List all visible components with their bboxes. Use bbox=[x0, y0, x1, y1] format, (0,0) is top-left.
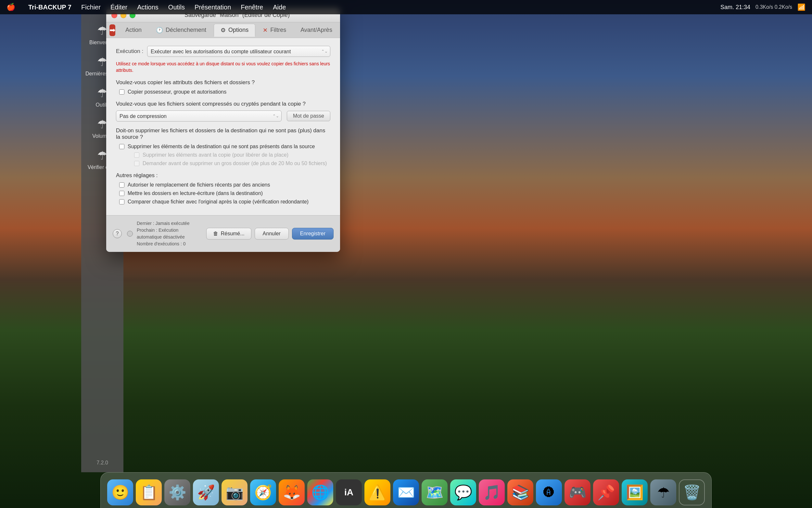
dock-icon-notes[interactable]: 📋 bbox=[136, 479, 162, 505]
checkbox-ask-before-label: Demander avant de supprimer un gros doss… bbox=[143, 161, 327, 166]
section4-label: Autres réglages : bbox=[116, 172, 330, 179]
password-button[interactable]: Mot de passe bbox=[287, 111, 330, 121]
gear-icon: ⚙ bbox=[221, 27, 226, 34]
resume-button[interactable]: 🗑 Résumé... bbox=[206, 228, 251, 240]
dock-icon-ia-writer[interactable]: iA bbox=[336, 479, 362, 505]
status-buttons: 🗑 Résumé... Annuler Enregistrer bbox=[206, 228, 334, 240]
tab-avant-apres-label: Avant/Après bbox=[300, 27, 332, 34]
menu-fichier[interactable]: Fichier bbox=[81, 4, 101, 11]
menu-wifi-icon: 📶 bbox=[797, 3, 806, 11]
checkbox-readwrite[interactable] bbox=[119, 191, 125, 196]
checkbox-replace-label: Autoriser le remplacement de fichiers ré… bbox=[128, 182, 270, 188]
dock-icon-safari[interactable]: 🧭 bbox=[250, 479, 276, 505]
resume-label: Résumé... bbox=[221, 231, 245, 237]
menu-actions[interactable]: Actions bbox=[137, 4, 158, 11]
menu-presentation[interactable]: Présentation bbox=[195, 4, 231, 11]
tab-declenchement-label: Déclenchement bbox=[165, 27, 206, 34]
compression-row: Pas de compression Mot de passe bbox=[116, 111, 330, 122]
tab-filtres-label: Filtres bbox=[270, 27, 286, 34]
tab-action[interactable]: Action bbox=[118, 24, 148, 36]
cancel-button[interactable]: Annuler bbox=[255, 228, 289, 240]
trash-icon: 🗑 bbox=[213, 231, 218, 237]
dock-icon-mail[interactable]: ✉️ bbox=[393, 479, 419, 505]
execution-row: Exécution : Exécuter avec les autorisati… bbox=[116, 46, 330, 57]
clock-icon: 🕐 bbox=[156, 27, 163, 34]
dock-icon-preview[interactable]: 🖼️ bbox=[622, 479, 648, 505]
save-button[interactable]: Enregistrer bbox=[292, 228, 334, 240]
section2-label: Voulez-vous que les fichiers soient comp… bbox=[116, 101, 330, 107]
menu-bar: 🍎 Tri-BACKUP 7 Fichier Éditer Actions Ou… bbox=[0, 0, 812, 14]
checkbox-delete-before[interactable] bbox=[134, 153, 139, 158]
checkbox-delete[interactable] bbox=[119, 144, 125, 149]
dialog-content: Exécution : Exécuter avec les autorisati… bbox=[106, 38, 340, 215]
menu-outils[interactable]: Outils bbox=[168, 4, 185, 11]
checkbox-replace[interactable] bbox=[119, 182, 125, 187]
tab-options-label: Options bbox=[228, 27, 248, 34]
dock-icon-backup[interactable]: ☂ bbox=[650, 479, 676, 505]
checkbox-delete-row: Supprimer les éléments de la destination… bbox=[119, 144, 330, 150]
dock-icon-pocket[interactable]: 📌 bbox=[593, 479, 619, 505]
menu-editer[interactable]: Éditer bbox=[110, 4, 127, 11]
dock-icon-messages[interactable]: 💬 bbox=[450, 479, 476, 505]
checkbox-attributes[interactable] bbox=[119, 89, 125, 95]
checkbox-replace-row: Autoriser le remplacement de fichiers ré… bbox=[119, 182, 330, 188]
status-info: Dernier : Jamais exécutée Prochain : Exé… bbox=[127, 220, 201, 247]
execution-select-wrapper: Exécuter avec les autorisations du compt… bbox=[147, 46, 330, 57]
tab-bar: ➡ Action 🕐 Déclenchement ⚙ Options ✕ Fil… bbox=[106, 23, 340, 38]
dock-icon-trash[interactable]: 🗑️ bbox=[679, 479, 705, 505]
checkbox-delete-before-label: Supprimer les éléments avant la copie (p… bbox=[143, 152, 288, 158]
checkbox-readwrite-label: Mettre les dossiers en lecture-écriture … bbox=[128, 190, 263, 196]
dock-icon-finder[interactable]: 🙂 bbox=[107, 479, 133, 505]
tab-avant-apres[interactable]: Avant/Après bbox=[294, 24, 339, 36]
dock-icon-launchpad[interactable]: 🚀 bbox=[193, 479, 219, 505]
menu-time: Sam. 21:34 bbox=[720, 4, 750, 11]
dialog-window: Sauvegarde "Maison" (Éditeur de Copie) ➡… bbox=[106, 8, 340, 252]
dock-icon-game[interactable]: 🎮 bbox=[565, 479, 590, 505]
warning-text: Utilisez ce mode lorsque vous accédez à … bbox=[116, 61, 330, 74]
dock-icon-appstore[interactable]: 🅐 bbox=[536, 479, 562, 505]
dock: 🙂 📋 ⚙️ 🚀 📷 🧭 🦊 🌐 iA ⚠️ ✉️ 🗺️ 💬 🎵 📚 🅐 🎮 📌… bbox=[100, 472, 712, 508]
apple-logo[interactable]: 🍎 bbox=[6, 3, 15, 11]
dock-icon-firefox[interactable]: 🦊 bbox=[279, 479, 305, 505]
checkbox-compare-row: Comparer chaque fichier avec l'original … bbox=[119, 199, 330, 205]
execution-label: Exécution : bbox=[116, 48, 143, 55]
help-button[interactable]: ? bbox=[113, 229, 122, 238]
compression-select[interactable]: Pas de compression bbox=[116, 111, 282, 122]
tab-declenchement[interactable]: 🕐 Déclenchement bbox=[149, 24, 213, 37]
menu-app-name[interactable]: Tri-BACKUP 7 bbox=[28, 4, 71, 11]
dock-icon-maps[interactable]: 🗺️ bbox=[422, 479, 447, 505]
tab-options[interactable]: ⚙ Options bbox=[214, 24, 255, 37]
checkbox-delete-before-row: Supprimer les éléments avant la copie (p… bbox=[134, 152, 330, 158]
execution-select[interactable]: Exécuter avec les autorisations du compt… bbox=[147, 46, 330, 57]
x-icon: ✕ bbox=[263, 27, 268, 34]
sub-checkboxes: Supprimer les éléments avant la copie (p… bbox=[131, 152, 330, 166]
status-dot bbox=[127, 231, 133, 237]
dock-icon-chrome[interactable]: 🌐 bbox=[307, 479, 333, 505]
checkbox-delete-label: Supprimer les éléments de la destination… bbox=[128, 144, 315, 150]
checkbox-compare[interactable] bbox=[119, 199, 125, 204]
checkbox-readwrite-row: Mettre les dossiers en lecture-écriture … bbox=[119, 190, 330, 196]
tab-arrow-button[interactable]: ➡ bbox=[109, 25, 115, 36]
dock-icon-caution[interactable]: ⚠️ bbox=[365, 479, 390, 505]
section3-label: Doit-on supprimer les fichiers et dossie… bbox=[116, 127, 330, 140]
menu-aide[interactable]: Aide bbox=[273, 4, 286, 11]
dock-icon-books[interactable]: 📚 bbox=[507, 479, 533, 505]
status-text: Dernier : Jamais exécutée Prochain : Exé… bbox=[137, 220, 201, 247]
menu-fenetre[interactable]: Fenêtre bbox=[241, 4, 263, 11]
menu-bar-right: Sam. 21:34 0.3Ko/s 0.2Ko/s 📶 bbox=[720, 3, 806, 11]
checkbox-attributes-label: Copier possesseur, groupe et autorisatio… bbox=[128, 89, 226, 95]
count-text: Nombre d'exécutions : 0 bbox=[137, 241, 201, 247]
next-run-text: Prochain : Exécution automatique désacti… bbox=[137, 227, 201, 241]
menu-network: 0.3Ko/s 0.2Ko/s bbox=[756, 4, 792, 10]
last-run-text: Dernier : Jamais exécutée bbox=[137, 220, 201, 227]
dock-icon-photos[interactable]: 📷 bbox=[222, 479, 247, 505]
checkbox-ask-before[interactable] bbox=[134, 161, 139, 166]
tab-filtres[interactable]: ✕ Filtres bbox=[256, 24, 293, 37]
dock-icon-music[interactable]: 🎵 bbox=[479, 479, 505, 505]
section1-label: Voulez-vous copier les attributs des fic… bbox=[116, 79, 330, 86]
arrow-right-icon: ➡ bbox=[109, 26, 115, 35]
checkbox-ask-before-row: Demander avant de supprimer un gros doss… bbox=[134, 161, 330, 166]
checkbox-compare-label: Comparer chaque fichier avec l'original … bbox=[128, 199, 308, 205]
tab-action-label: Action bbox=[125, 27, 142, 34]
dock-icon-system-prefs[interactable]: ⚙️ bbox=[164, 479, 190, 505]
